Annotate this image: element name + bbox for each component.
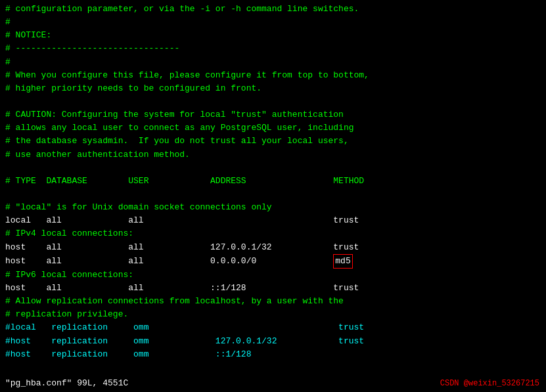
line-3: # NOTICE: — [5, 29, 541, 42]
line-18: # IPv4 local connections: — [5, 227, 541, 240]
line-23: # Allow replication connections from loc… — [5, 295, 541, 308]
line-14: # TYPE DATABASE USER ADDRESS METHOD — [5, 175, 541, 188]
line-27: #host replication omm ::1/128 — [5, 348, 541, 361]
status-bar: "pg_hba.conf" 99L, 4551C — [5, 378, 128, 388]
md5-highlight: md5 — [333, 254, 352, 269]
line-25: #local replication omm trust — [5, 321, 541, 334]
line-11: # the database sysadmin. If you do not t… — [5, 135, 541, 148]
line-12: # use another authentication method. — [5, 148, 541, 162]
line-13 — [5, 162, 541, 175]
line-7: # higher priority needs to be configured… — [5, 82, 541, 95]
line-22: host all all ::1/128 trust — [5, 282, 541, 295]
line-26: #host replication omm 127.0.0.1/32 trust — [5, 335, 541, 348]
line-2: # — [5, 16, 541, 29]
line-21: # IPv6 local connections: — [5, 269, 541, 282]
line-24: # replication privilege. — [5, 308, 541, 321]
line-1: # configuration parameter, or via the -i… — [5, 3, 541, 16]
line-17: local all all trust — [5, 214, 541, 227]
line-16: # "local" is for Unix domain socket conn… — [5, 201, 541, 214]
line-4: # -------------------------------- — [5, 42, 541, 55]
line-8 — [5, 95, 541, 108]
line-6: # When you configure this file, please c… — [5, 69, 541, 82]
line-10: # allows any local user to connect as an… — [5, 121, 541, 135]
line-19: host all all 127.0.0.1/32 trust — [5, 241, 541, 254]
terminal-window: # configuration parameter, or via the -i… — [0, 0, 546, 392]
line-15 — [5, 188, 541, 201]
line-9: # CAUTION: Configuring the system for lo… — [5, 108, 541, 121]
line-20: host all all 0.0.0.0/0 md5 — [5, 254, 541, 269]
watermark: CSDN @weixin_53267215 — [440, 379, 539, 388]
line-5: # — [5, 56, 541, 69]
